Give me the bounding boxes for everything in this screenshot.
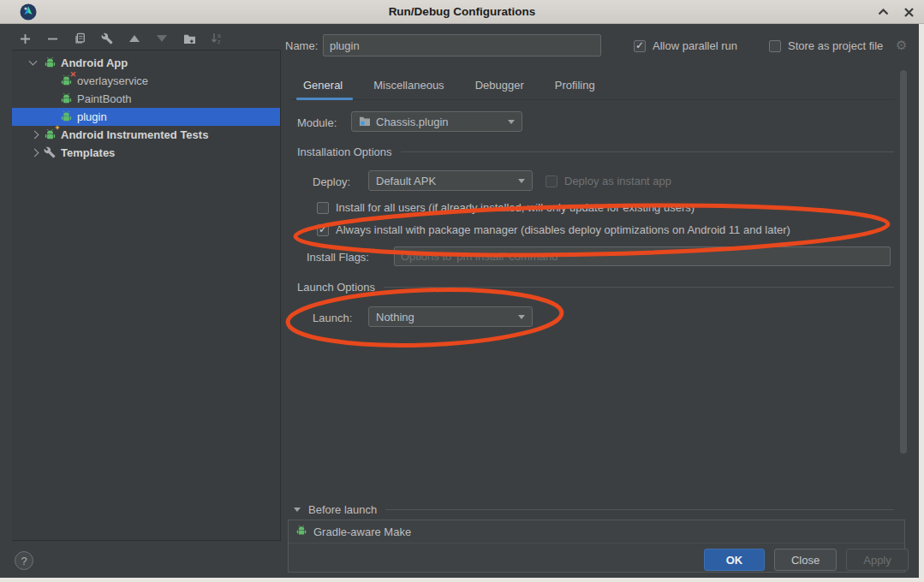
deploy-value: Default APK (376, 175, 436, 187)
svg-text:a: a (218, 33, 221, 39)
sort-configurations-icon[interactable]: a z (207, 29, 226, 48)
add-configuration-icon[interactable] (15, 29, 34, 48)
android-icon (44, 56, 57, 69)
name-input[interactable] (323, 34, 601, 56)
deploy-as-instant-app-label: Deploy as instant app (564, 175, 671, 187)
ok-button[interactable]: OK (704, 549, 765, 571)
help-button[interactable]: ? (15, 551, 33, 570)
configurations-toolbar: a z (15, 28, 226, 49)
chevron-down-icon (518, 179, 525, 183)
module-label: Module: (297, 116, 337, 129)
titlebar: Run/Debug Configurations (0, 0, 924, 24)
android-icon (60, 92, 73, 105)
name-label: Name: (285, 39, 318, 52)
section-divider (401, 151, 894, 152)
checkbox-icon[interactable] (769, 40, 781, 52)
always-install-package-manager-checkbox[interactable]: Always install with package manager (dis… (317, 223, 790, 236)
tree-item-templates[interactable]: Templates (12, 144, 280, 162)
remove-configuration-icon[interactable] (43, 29, 62, 48)
new-folder-icon[interactable] (180, 29, 199, 48)
android-icon (295, 525, 307, 539)
before-launch-item-gradle[interactable]: Gradle-aware Make (289, 520, 904, 543)
module-value: Chassis.plugin (376, 116, 449, 128)
help-label: ? (21, 555, 27, 567)
installation-options-title: Installation Options (297, 146, 392, 158)
module-folder-icon (359, 116, 371, 128)
tab-miscellaneous[interactable]: Miscellaneous (373, 79, 444, 100)
collapse-before-launch-icon[interactable] (294, 508, 301, 512)
chevron-down-icon (508, 120, 515, 124)
before-launch-item-label: Gradle-aware Make (313, 526, 411, 538)
before-launch-section: Before launch (308, 503, 894, 516)
tree-item-paintbooth[interactable]: PaintBooth (12, 90, 280, 108)
section-divider (384, 287, 894, 288)
checkbox-icon[interactable] (317, 202, 329, 214)
chevron-down-icon (518, 315, 525, 319)
android-test-icon (44, 128, 57, 141)
run-debug-configurations-dialog: a z Name: Allow parallel run Store as pr… (0, 24, 919, 578)
apply-label: Apply (863, 554, 891, 567)
store-as-project-file-label: Store as project file (788, 39, 883, 52)
tab-divider (291, 99, 896, 100)
close-label: Close (791, 554, 820, 567)
tree-item-plugin-selected[interactable]: plugin (12, 108, 280, 126)
android-error-icon: ✕ (60, 74, 73, 87)
tab-debugger[interactable]: Debugger (475, 79, 524, 100)
move-up-icon[interactable] (125, 29, 144, 48)
wrench-icon (44, 146, 57, 159)
always-install-package-manager-label: Always install with package manager (dis… (336, 223, 790, 236)
chevron-right-icon[interactable] (31, 149, 39, 157)
store-as-project-file-checkbox[interactable]: Store as project file (769, 39, 883, 52)
close-button[interactable]: Close (774, 549, 837, 571)
launch-options-title: Launch Options (297, 281, 375, 294)
ok-label: OK (726, 554, 743, 567)
deploy-as-instant-app-checkbox[interactable]: Deploy as instant app (545, 175, 671, 187)
deploy-dropdown[interactable]: Default APK (368, 170, 533, 191)
installation-options-section: Installation Options (297, 146, 894, 158)
install-for-all-users-label: Install for all users (if already instal… (336, 201, 694, 214)
active-tab-indicator (296, 98, 353, 100)
section-divider (385, 509, 894, 510)
tree-item-label: overlayservice (77, 74, 148, 87)
tree-item-overlayservice[interactable]: ✕ overlayservice (12, 72, 280, 90)
error-badge-icon: ✕ (69, 70, 76, 79)
allow-parallel-run-label: Allow parallel run (653, 39, 737, 52)
launch-label: Launch: (313, 312, 352, 324)
svg-text:z: z (218, 39, 220, 45)
android-icon (60, 110, 73, 123)
copy-configuration-icon[interactable] (70, 29, 89, 48)
before-launch-title: Before launch (308, 503, 377, 516)
deploy-label: Deploy: (313, 175, 350, 188)
install-flags-label: Install Flags: (307, 251, 369, 264)
chevron-down-icon[interactable] (29, 57, 38, 66)
allow-parallel-run-checkbox[interactable]: Allow parallel run (634, 39, 737, 52)
checkbox-icon[interactable] (317, 224, 329, 236)
tree-item-label: Templates (61, 146, 115, 159)
tree-item-android-app[interactable]: Android App (12, 54, 280, 72)
tree-item-label: plugin (77, 110, 107, 123)
install-flags-input[interactable] (394, 246, 891, 266)
collapse-window-icon[interactable] (876, 5, 890, 19)
android-studio-icon (20, 3, 37, 21)
launch-options-section: Launch Options (297, 281, 894, 294)
tree-item-label: Android App (61, 56, 128, 69)
chevron-right-icon[interactable] (31, 131, 39, 140)
checkbox-icon[interactable] (545, 175, 557, 187)
settings-gear-icon[interactable]: ⚙ (896, 38, 907, 53)
close-window-icon[interactable] (902, 5, 915, 19)
tab-profiling[interactable]: Profiling (555, 79, 595, 100)
launch-value: Nothing (376, 311, 414, 324)
tree-item-label: Android Instrumented Tests (61, 128, 208, 141)
configurations-tree: Android App ✕ overlayservice (12, 50, 281, 541)
vertical-scrollbar[interactable] (900, 70, 907, 454)
install-for-all-users-checkbox[interactable]: Install for all users (if already instal… (317, 201, 694, 214)
module-dropdown[interactable]: Chassis.plugin (351, 111, 522, 132)
apply-button[interactable]: Apply (846, 549, 909, 571)
tree-item-android-instrumented-tests[interactable]: Android Instrumented Tests (12, 126, 280, 144)
edit-defaults-wrench-icon[interactable] (98, 29, 116, 48)
tree-item-label: PaintBooth (77, 92, 132, 105)
launch-dropdown[interactable]: Nothing (368, 306, 533, 327)
checkbox-icon[interactable] (634, 40, 646, 52)
window-title: Run/Debug Configurations (0, 5, 924, 18)
move-down-icon[interactable] (152, 29, 171, 48)
